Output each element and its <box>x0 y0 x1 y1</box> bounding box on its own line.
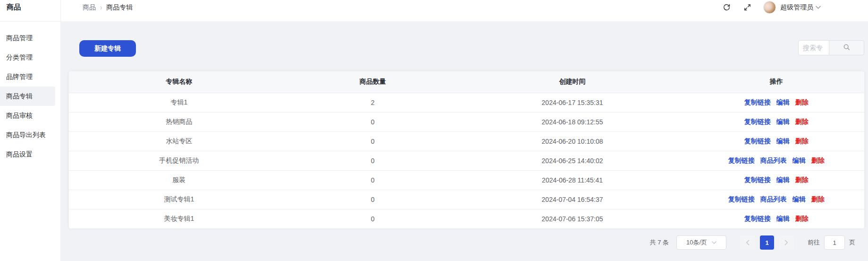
page-size-select[interactable]: 10条/页 <box>676 235 726 250</box>
action-product-list[interactable]: 商品列表 <box>760 195 787 203</box>
sidebar-item-1[interactable]: 分类管理 <box>0 48 60 67</box>
search-button[interactable] <box>829 40 864 55</box>
actions-cell: 复制链接商品列表编辑删除 <box>689 151 864 170</box>
action-delete[interactable]: 删除 <box>811 157 825 164</box>
main-area: 商品 › 商品专辑 <box>61 0 868 261</box>
action-delete[interactable]: 删除 <box>811 195 825 203</box>
user-menu[interactable]: 超级管理员 <box>763 1 821 14</box>
action-edit[interactable]: 编辑 <box>792 195 806 203</box>
column-header-1: 商品数量 <box>289 71 456 93</box>
album-name-cell: 测试专辑1 <box>69 190 289 209</box>
action-edit[interactable]: 编辑 <box>776 176 790 183</box>
product-count-cell: 0 <box>289 112 456 131</box>
select-chevron-icon <box>712 240 716 245</box>
table-header-row: 专辑名称商品数量创建时间操作 <box>69 71 864 93</box>
create-album-button[interactable]: 新建专辑 <box>79 40 136 57</box>
table-row: 服装02024-06-28 11:45:41复制链接编辑删除 <box>69 170 864 190</box>
fullscreen-icon[interactable] <box>743 3 752 12</box>
created-time-cell: 2024-06-17 15:35:31 <box>456 93 689 112</box>
album-name-cell: 手机促销活动 <box>69 151 289 170</box>
product-count-cell: 0 <box>289 190 456 209</box>
table-row: 专辑122024-06-17 15:35:31复制链接编辑删除 <box>69 93 864 112</box>
next-page-button[interactable] <box>779 235 794 250</box>
action-delete[interactable]: 删除 <box>795 137 809 145</box>
actions-cell: 复制链接编辑删除 <box>689 93 864 112</box>
toolbar: 新建专辑 <box>69 40 864 57</box>
action-delete[interactable]: 删除 <box>795 215 809 222</box>
action-copy-link[interactable]: 复制链接 <box>728 195 755 203</box>
action-edit[interactable]: 编辑 <box>776 98 790 106</box>
column-header-3: 操作 <box>689 71 864 93</box>
action-copy-link[interactable]: 复制链接 <box>744 118 771 125</box>
action-product-list[interactable]: 商品列表 <box>760 157 787 164</box>
created-time-cell: 2024-06-25 14:40:02 <box>456 151 689 170</box>
album-table-card: 专辑名称商品数量创建时间操作 专辑122024-06-17 15:35:31复制… <box>69 71 864 228</box>
page-size-value: 10条/页 <box>686 238 707 247</box>
page-button-1[interactable]: 1 <box>760 235 774 250</box>
column-header-2: 创建时间 <box>456 71 689 93</box>
album-name-cell: 热销商品 <box>69 112 289 131</box>
app: 商品 商品管理分类管理品牌管理商品专辑商品审核商品导出列表商品设置 商品 › 商… <box>0 0 868 261</box>
created-time-cell: 2024-07-06 15:37:05 <box>456 209 689 228</box>
table-row: 手机促销活动02024-06-25 14:40:02复制链接商品列表编辑删除 <box>69 151 864 170</box>
username: 超级管理员 <box>780 3 813 12</box>
table-row: 热销商品02024-06-18 09:12:55复制链接编辑删除 <box>69 112 864 131</box>
action-copy-link[interactable]: 复制链接 <box>744 176 771 183</box>
album-name-cell: 美妆专辑1 <box>69 209 289 228</box>
actions-cell: 复制链接编辑删除 <box>689 131 864 151</box>
refresh-icon[interactable] <box>723 3 731 12</box>
breadcrumb-item-current: 商品专辑 <box>106 3 133 12</box>
action-copy-link[interactable]: 复制链接 <box>744 137 771 145</box>
action-edit[interactable]: 编辑 <box>776 215 790 222</box>
sidebar-item-4[interactable]: 商品审核 <box>0 106 60 125</box>
action-delete[interactable]: 删除 <box>795 98 809 106</box>
album-name-cell: 专辑1 <box>69 93 289 112</box>
action-edit[interactable]: 编辑 <box>776 118 790 125</box>
sidebar-item-0[interactable]: 商品管理 <box>0 28 60 48</box>
sidebar: 商品 商品管理分类管理品牌管理商品专辑商品审核商品导出列表商品设置 <box>0 0 61 261</box>
actions-cell: 复制链接编辑删除 <box>689 170 864 190</box>
action-copy-link[interactable]: 复制链接 <box>744 98 771 106</box>
actions-cell: 复制链接编辑删除 <box>689 112 864 131</box>
created-time-cell: 2024-06-18 09:12:55 <box>456 112 689 131</box>
goto-page-input[interactable] <box>824 235 845 250</box>
action-edit[interactable]: 编辑 <box>776 137 790 145</box>
breadcrumb: 商品 › 商品专辑 <box>83 3 133 12</box>
chevron-down-icon <box>816 3 821 12</box>
topbar-right: 超级管理员 <box>710 1 821 14</box>
breadcrumb-separator-icon: › <box>100 3 102 12</box>
album-name-cell: 服装 <box>69 170 289 190</box>
chevron-right-icon <box>784 240 789 245</box>
topbar: 商品 › 商品专辑 <box>61 0 868 21</box>
sidebar-item-2[interactable]: 品牌管理 <box>0 67 60 87</box>
total-count: 共 7 条 <box>650 238 669 247</box>
product-count-cell: 2 <box>289 93 456 112</box>
created-time-cell: 2024-07-04 16:54:37 <box>456 190 689 209</box>
product-count-cell: 0 <box>289 170 456 190</box>
search-input[interactable] <box>798 40 829 55</box>
prev-page-button[interactable] <box>740 235 755 250</box>
actions-cell: 复制链接编辑删除 <box>689 209 864 228</box>
action-copy-link[interactable]: 复制链接 <box>744 215 771 222</box>
table-row: 测试专辑102024-07-04 16:54:37复制链接商品列表编辑删除 <box>69 190 864 209</box>
sidebar-item-3[interactable]: 商品专辑 <box>0 87 55 106</box>
app-logo: 商品 <box>0 0 60 22</box>
sidebar-item-6[interactable]: 商品设置 <box>0 145 60 164</box>
product-count-cell: 0 <box>289 151 456 170</box>
content: 新建专辑 专辑名称商品数量创建时间操作 专 <box>61 21 868 261</box>
breadcrumb-item-products[interactable]: 商品 <box>83 3 96 12</box>
album-table-body: 专辑122024-06-17 15:35:31复制链接编辑删除热销商品02024… <box>69 93 864 228</box>
goto-suffix: 页 <box>849 238 855 247</box>
table-row: 美妆专辑102024-07-06 15:37:05复制链接编辑删除 <box>69 209 864 228</box>
album-name-cell: 水站专区 <box>69 131 289 151</box>
action-delete[interactable]: 删除 <box>795 118 809 125</box>
product-count-cell: 0 <box>289 131 456 151</box>
search-icon <box>843 44 850 52</box>
table-row: 水站专区02024-06-20 10:10:08复制链接编辑删除 <box>69 131 864 151</box>
search-control <box>798 40 864 55</box>
sidebar-nav: 商品管理分类管理品牌管理商品专辑商品审核商品导出列表商品设置 <box>0 22 60 164</box>
action-edit[interactable]: 编辑 <box>792 157 806 164</box>
action-copy-link[interactable]: 复制链接 <box>728 157 755 164</box>
sidebar-item-5[interactable]: 商品导出列表 <box>0 125 60 145</box>
action-delete[interactable]: 删除 <box>795 176 809 183</box>
